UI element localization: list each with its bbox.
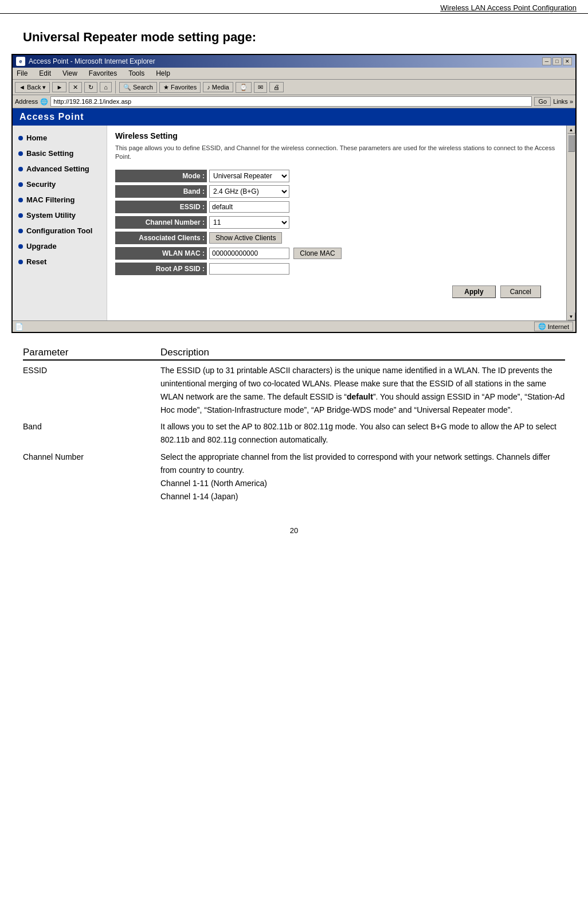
essid-label: ESSID : [115, 201, 207, 213]
scrollbar[interactable]: ▲ ▼ [566, 126, 575, 320]
back-button[interactable]: ◄ Back ▾ [15, 82, 50, 93]
table-row: Band It allows you to set the AP to 802.… [23, 417, 565, 447]
home-button[interactable]: ⌂ [100, 82, 112, 92]
sidebar-item-system-utility[interactable]: System Utility [13, 208, 107, 223]
band-control: 2.4 GHz (B+G) [209, 185, 289, 198]
mode-control: Universal Repeater [209, 170, 289, 182]
status-bar: 📄 🌐 Internet [13, 320, 575, 332]
search-button[interactable]: 🔍 Search [119, 82, 157, 93]
menu-file[interactable]: File [15, 69, 29, 78]
bold-default: default [347, 392, 373, 401]
status-right: 🌐 Internet [534, 322, 573, 331]
sidebar-label-upgrade: Upgrade [26, 242, 57, 251]
root-ap-ssid-control [209, 263, 289, 275]
search-icon: 🔍 [123, 84, 131, 91]
internet-label: Internet [548, 323, 569, 330]
menu-edit[interactable]: Edit [37, 69, 53, 78]
channel-select[interactable]: 11 [209, 216, 289, 229]
sysutil-dot [18, 213, 23, 218]
mail-button[interactable]: ✉ [254, 82, 267, 93]
title-bar-left: e Access Point - Microsoft Internet Expl… [16, 57, 155, 66]
page-icon: 📄 [15, 323, 23, 331]
sidebar-item-upgrade[interactable]: Upgrade [13, 238, 107, 254]
minimize-button[interactable]: ─ [542, 57, 551, 65]
associated-clients-row: Associated Clients : Show Active Clients [115, 232, 558, 244]
sidebar-label-sysutil: System Utility [26, 211, 76, 220]
upgrade-dot [18, 244, 23, 249]
desc-band: It allows you to set the AP to 802.11b o… [160, 417, 565, 447]
page-number: 20 [0, 520, 588, 546]
channel-row: Channel Number : 11 [115, 216, 558, 229]
menu-bar: File Edit View Favorites Tools Help [13, 68, 575, 80]
wireless-desc: This page allows you to define ESSID, an… [115, 144, 558, 162]
main-panel: Wireless Setting This page allows you to… [107, 126, 566, 320]
page-title: Wireless LAN Access Point Configuration [440, 3, 577, 12]
essid-input[interactable] [209, 201, 289, 213]
stop-button[interactable]: ✕ [69, 82, 82, 93]
cancel-button[interactable]: Cancel [500, 285, 541, 298]
menu-tools[interactable]: Tools [127, 69, 146, 78]
scroll-down-button[interactable]: ▼ [567, 312, 575, 320]
links-button[interactable]: Links » [553, 98, 573, 105]
mac-dot [18, 198, 23, 202]
essid-row: ESSID : [115, 201, 558, 213]
sidebar-item-config-tool[interactable]: Configuration Tool [13, 223, 107, 238]
print-button[interactable]: 🖨 [269, 82, 284, 92]
menu-help[interactable]: Help [154, 69, 172, 78]
channel-control: 11 [209, 216, 289, 229]
mode-row: Mode : Universal Repeater [115, 170, 558, 182]
browser-title: Access Point - Microsoft Internet Explor… [29, 57, 155, 65]
favorites-button[interactable]: ★ Favorites [159, 82, 201, 93]
go-button[interactable]: Go [534, 97, 551, 106]
sidebar-label-mac: MAC Filtering [26, 195, 75, 204]
root-ap-ssid-label: Root AP SSID : [115, 263, 207, 275]
security-dot [18, 182, 23, 187]
toolbar-separator [115, 81, 116, 93]
channel-label: Channel Number : [115, 216, 207, 229]
root-ap-ssid-input[interactable] [209, 263, 289, 275]
apply-button[interactable]: Apply [452, 285, 495, 298]
advanced-dot [18, 167, 23, 171]
close-button[interactable]: ✕ [563, 57, 572, 65]
col-desc-header: Description [160, 347, 565, 360]
sidebar-label-reset: Reset [26, 257, 46, 266]
show-clients-button[interactable]: Show Active Clients [209, 232, 282, 244]
sidebar: Home Basic Setting Advanced Setting Secu… [13, 126, 107, 320]
internet-icon: 🌐 [538, 323, 546, 330]
sidebar-label-advanced: Advanced Setting [26, 165, 89, 173]
wlan-mac-input[interactable] [209, 248, 289, 259]
menu-view[interactable]: View [61, 69, 79, 78]
sidebar-item-basic-setting[interactable]: Basic Setting [13, 146, 107, 161]
sidebar-item-security[interactable]: Security [13, 177, 107, 192]
media-button[interactable]: ♪ Media [203, 82, 233, 92]
scroll-up-button[interactable]: ▲ [567, 126, 575, 134]
param-band: Band [23, 417, 160, 447]
scroll-thumb[interactable] [568, 135, 575, 152]
maximize-button[interactable]: □ [552, 57, 562, 65]
refresh-button[interactable]: ↻ [84, 82, 97, 93]
param-channel: Channel Number [23, 447, 160, 503]
forward-button[interactable]: ► [52, 82, 66, 92]
menu-favorites[interactable]: Favorites [87, 69, 119, 78]
mode-label: Mode : [115, 170, 207, 182]
browser-icon: e [16, 57, 25, 66]
sidebar-item-advanced-setting[interactable]: Advanced Setting [13, 161, 107, 177]
params-table: Parameter Description ESSID The ESSID (u… [23, 347, 565, 503]
clone-mac-button[interactable]: Clone MAC [293, 248, 341, 259]
address-input[interactable] [50, 96, 532, 107]
page-header: Wireless LAN Access Point Configuration [0, 0, 588, 14]
address-icon: 🌐 [40, 98, 48, 105]
associated-clients-label: Associated Clients : [115, 232, 207, 244]
history-button[interactable]: ⌚ [236, 82, 252, 93]
mode-select[interactable]: Universal Repeater [209, 170, 289, 182]
associated-clients-control: Show Active Clients [209, 232, 282, 244]
wlan-mac-label: WLAN MAC : [115, 247, 207, 260]
toolbar: ◄ Back ▾ ► ✕ ↻ ⌂ 🔍 Search ★ Favorites ♪ … [13, 80, 575, 95]
sidebar-item-home[interactable]: Home [13, 130, 107, 146]
title-bar-buttons: ─ □ ✕ [542, 57, 572, 65]
wlan-mac-row: WLAN MAC : Clone MAC [115, 247, 558, 260]
sidebar-item-reset[interactable]: Reset [13, 254, 107, 269]
browser-window: e Access Point - Microsoft Internet Expl… [11, 54, 577, 333]
band-select[interactable]: 2.4 GHz (B+G) [209, 185, 289, 198]
sidebar-item-mac-filtering[interactable]: MAC Filtering [13, 192, 107, 208]
